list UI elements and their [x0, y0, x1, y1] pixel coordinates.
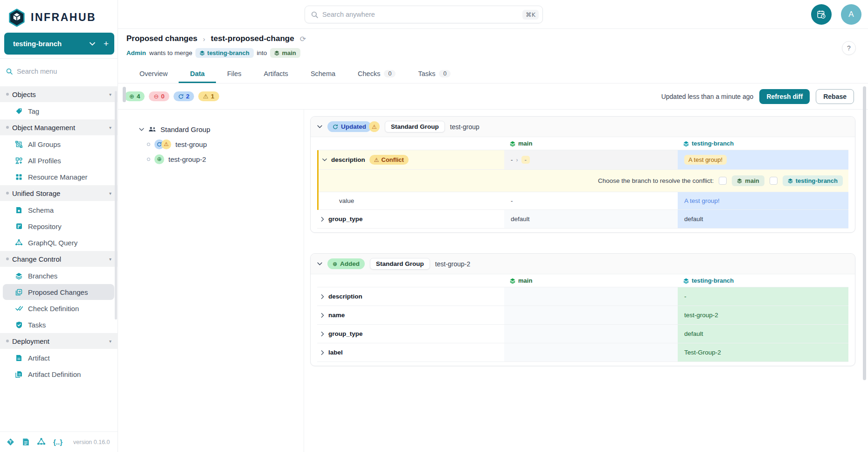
help-button[interactable]: ?	[842, 41, 856, 55]
diff-row-name[interactable]: name test-group-2	[317, 306, 848, 325]
chevron-down-icon[interactable]	[317, 262, 322, 265]
diff-row-label[interactable]: label Test-Group-2	[317, 343, 848, 362]
sidebar-item-artifact-definition[interactable]: Artifact Definition	[3, 366, 114, 382]
chevron-down-icon[interactable]	[139, 128, 144, 131]
resolve-main-checkbox[interactable]	[719, 177, 727, 185]
tab-tasks[interactable]: Tasks0	[407, 65, 462, 83]
sidebar-item-repository[interactable]: Repository	[3, 218, 114, 234]
user-avatar[interactable]: A	[841, 4, 861, 25]
sidebar-item-artifact[interactable]: Artifact	[3, 350, 114, 366]
sidebar-item-all-profiles[interactable]: All Profiles	[3, 153, 114, 168]
git-fork-icon[interactable]	[7, 438, 14, 446]
object-tree-panel: Standard Group ⚠ test-group ⊕ test-group…	[118, 110, 304, 452]
global-search-input[interactable]	[322, 11, 518, 18]
tasks-calendar-button[interactable]	[811, 4, 832, 25]
source-branch-label: testing-branch	[207, 49, 249, 56]
tab-artifacts[interactable]: Artifacts	[253, 65, 299, 83]
diff-row-description[interactable]: description -	[317, 287, 848, 306]
sidebar-section-objects[interactable]: Objects ▾	[0, 86, 118, 102]
breadcrumb-parent[interactable]: Proposed changes	[126, 34, 197, 43]
sidebar-item-check-definition[interactable]: Check Definition	[3, 300, 114, 316]
item-label: Artifact Definition	[28, 370, 81, 378]
sidebar-item-branches[interactable]: Branches	[3, 268, 114, 284]
branch-value-cell: -	[678, 287, 848, 306]
tab-overview[interactable]: Overview	[128, 65, 179, 83]
main-value-cell	[504, 287, 678, 306]
sidebar-scrollbar-thumb[interactable]	[115, 91, 117, 320]
sidebar-section-unified-storage[interactable]: Unified Storage ▾	[0, 185, 118, 201]
diff-column-headers: main testing-branch	[317, 274, 848, 287]
resolve-main-badge[interactable]: main	[732, 175, 764, 186]
chevron-right-icon[interactable]	[321, 313, 324, 318]
create-branch-button[interactable]: +	[104, 39, 109, 49]
graphql-playground-icon[interactable]	[37, 438, 45, 446]
sidebar-item-resource-manager[interactable]: Resource Manager	[3, 169, 114, 185]
tree-node-label: test-group	[175, 140, 207, 148]
swagger-braces-icon[interactable]: {..}	[53, 438, 62, 446]
sidebar-section-change-control[interactable]: Change Control ▾	[0, 251, 118, 267]
chevron-right-icon[interactable]	[321, 294, 324, 299]
sidebar-item-proposed-changes[interactable]: Proposed Changes	[3, 284, 114, 300]
chevron-down-icon[interactable]	[90, 42, 95, 46]
source-branch-badge: testing-branch	[195, 48, 253, 58]
sidebar-menu: Objects ▾ Tag Object Management ▾ All Gr…	[0, 86, 118, 382]
new-value: -	[521, 156, 530, 164]
removed-count-badge: ⊖0	[149, 91, 169, 101]
branch-selector[interactable]: testing-branch +	[4, 33, 114, 55]
conflict-count: 1	[211, 93, 215, 100]
collapse-triangle-icon: ▾	[109, 92, 111, 97]
branch-value: default	[684, 330, 703, 337]
main-value-cell	[504, 325, 678, 343]
tab-schema[interactable]: Schema	[299, 65, 347, 83]
branch-value-cell: test-group-2	[678, 306, 848, 324]
diff-row-description[interactable]: description ⚠Conflict - › - A test group…	[319, 150, 848, 170]
help-icon: ?	[847, 44, 851, 52]
rebase-button[interactable]: Rebase	[816, 89, 854, 104]
schema-icon	[15, 207, 23, 214]
chevron-down-icon[interactable]	[322, 158, 327, 161]
sidebar-item-schema[interactable]: Schema	[3, 202, 114, 218]
tree-node-test-group-2[interactable]: ⊕ test-group-2	[118, 152, 304, 167]
main-value: -	[511, 197, 513, 204]
diff-card-header[interactable]: ⊕ Added Standard Group test-group-2	[311, 254, 855, 274]
sidebar-item-graphql-query[interactable]: GraphQL Query	[3, 235, 114, 250]
chevron-right-icon[interactable]	[321, 217, 324, 222]
branch-value-cell: A test group!	[678, 150, 848, 169]
tree-node-test-group[interactable]: ⚠ test-group	[118, 137, 304, 152]
menu-search-input[interactable]	[17, 68, 101, 75]
chevron-right-icon[interactable]	[321, 332, 324, 336]
tab-data[interactable]: Data	[179, 65, 215, 83]
sidebar-section-deployment[interactable]: Deployment ▾	[0, 333, 118, 349]
chevron-down-icon[interactable]	[317, 125, 322, 128]
content-scrollbar-thumb[interactable]	[123, 87, 126, 102]
resolve-branch-badge[interactable]: testing-branch	[783, 175, 843, 186]
global-search[interactable]: ⌘K	[305, 6, 543, 23]
object-kind-badge: Standard Group	[370, 258, 430, 270]
tab-files[interactable]: Files	[216, 65, 253, 83]
proposed-changes-icon	[15, 289, 23, 296]
menu-search[interactable]	[0, 62, 118, 81]
sidebar: INFRAHUB testing-branch + Objects ▾ Tag	[0, 0, 118, 452]
tab-label: Schema	[311, 70, 335, 77]
diff-card-header[interactable]: Updated ⚠ Standard Group test-group	[311, 117, 855, 137]
chevron-right-icon[interactable]	[321, 350, 324, 355]
tab-checks[interactable]: Checks0	[347, 65, 407, 83]
sidebar-item-tasks[interactable]: Tasks	[3, 317, 114, 333]
sidebar-section-object-management[interactable]: Object Management ▾	[0, 119, 118, 135]
group-people-icon	[148, 126, 156, 132]
refresh-diff-button[interactable]: Refresh diff	[759, 89, 810, 104]
tree-node-standard-group[interactable]: Standard Group	[118, 122, 304, 137]
resolve-branch-checkbox[interactable]	[770, 177, 778, 185]
section-label: Unified Storage	[12, 189, 60, 197]
diff-row-group-type[interactable]: group_type default default	[317, 210, 848, 229]
collapse-triangle-icon: ▾	[109, 257, 111, 262]
docs-icon[interactable]	[22, 438, 29, 446]
bullet-icon	[6, 257, 9, 260]
sidebar-item-all-groups[interactable]: All Groups	[3, 136, 114, 152]
sidebar-item-tag[interactable]: Tag	[3, 103, 114, 119]
refresh-icon[interactable]: ⟳	[300, 35, 306, 43]
app-logo[interactable]: INFRAHUB	[0, 0, 118, 29]
diff-row-group-type[interactable]: group_type default	[317, 325, 848, 343]
updated-count-badge: 2	[174, 91, 194, 101]
plus-circle-icon: ⊕	[129, 93, 134, 100]
